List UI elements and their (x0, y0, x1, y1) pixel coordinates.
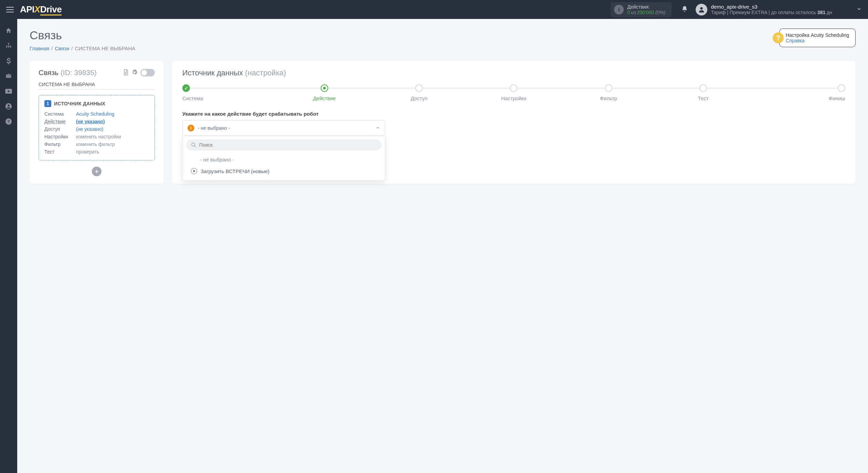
help-link[interactable]: Справка (786, 38, 805, 43)
stepper: Система Действие Доступ Настройки Фильтр… (182, 84, 845, 101)
step-test[interactable]: Тест (656, 84, 750, 101)
config-title: Источник данных (настройка) (182, 69, 845, 77)
menu-toggle[interactable] (6, 7, 14, 12)
row-action-value[interactable]: (не указано) (76, 119, 149, 124)
row-system-value[interactable]: Acuity Scheduling (76, 111, 149, 117)
sidebar-connections-icon[interactable] (0, 38, 17, 53)
config-card: Источник данных (настройка) Система Дейс… (172, 61, 856, 184)
sidebar-home-icon[interactable] (0, 23, 17, 38)
step-settings[interactable]: Настройки (467, 84, 561, 101)
logo-pre: API (20, 4, 34, 14)
main-content: Связь Главная/Связи/СИСТЕМА НЕ ВЫБРАНА ?… (17, 19, 868, 473)
svg-rect-3 (8, 46, 9, 48)
row-test-value[interactable]: проверить (76, 149, 149, 155)
row-action-label: Действие (44, 119, 76, 124)
row-filter-value[interactable]: изменить фильтр (76, 141, 149, 147)
actions-value: 0из200'000(0%) (627, 10, 665, 15)
username: demo_apix-drive_s3 (711, 4, 832, 10)
gear-icon[interactable] (131, 69, 138, 76)
info-icon: i (614, 5, 624, 14)
action-dropdown: - не выбрано - Загрузить ВСТРЕЧИ (новые) (182, 136, 385, 181)
option-load-meetings[interactable]: Загрузить ВСТРЕЧИ (новые) (186, 165, 382, 177)
breadcrumb-links[interactable]: Связи (55, 45, 69, 51)
chevron-down-icon[interactable] (856, 6, 862, 13)
sidebar-video-icon[interactable] (0, 84, 17, 99)
chevron-up-icon (375, 125, 380, 131)
warning-icon: ! (187, 125, 194, 132)
tariff-line: Тариф | Премиум EXTRA | до оплаты остало… (711, 10, 832, 15)
svg-rect-1 (8, 43, 9, 44)
row-filter-label: Фильтр (44, 141, 76, 147)
sidebar-billing-icon[interactable] (0, 53, 17, 69)
connection-title: Связь (ID: 39835) (39, 69, 97, 77)
connection-card: Связь (ID: 39835) СИСТЕМА НЕ ВЫБРАНА 1 И… (30, 61, 164, 184)
notifications-icon[interactable] (681, 6, 688, 13)
row-access-value[interactable]: (не указано) (76, 126, 149, 132)
play-icon (191, 168, 197, 174)
page-title: Связь (30, 29, 135, 42)
svg-text:?: ? (7, 119, 10, 124)
breadcrumb-home[interactable]: Главная (30, 45, 49, 51)
row-system-label: Система (44, 111, 76, 117)
add-button[interactable]: + (92, 167, 101, 176)
step-access[interactable]: Доступ (372, 84, 467, 101)
block-number: 1 (44, 100, 51, 107)
sidebar-briefcase-icon[interactable] (0, 69, 17, 84)
option-none[interactable]: - не выбрано - (186, 154, 382, 165)
sidebar-user-icon[interactable] (0, 99, 17, 114)
action-select[interactable]: ! - не выбрано - (182, 120, 385, 136)
logo[interactable]: APIXDrive (20, 4, 62, 15)
help-panel: ? Настройка Acuity Scheduling Справка (779, 29, 856, 47)
step-system[interactable]: Система (182, 84, 277, 101)
svg-point-0 (700, 7, 703, 9)
help-badge-icon: ? (773, 32, 784, 43)
row-access-label: Доступ (44, 126, 76, 132)
sidebar-help-icon[interactable]: ? (0, 114, 17, 129)
avatar-icon (696, 4, 707, 15)
search-icon (191, 142, 196, 148)
enabled-toggle[interactable] (140, 69, 155, 76)
step-action[interactable]: Действие (277, 84, 372, 101)
dropdown-search[interactable] (186, 139, 382, 150)
user-menu[interactable]: demo_apix-drive_s3 Тариф | Премиум EXTRA… (696, 4, 832, 15)
svg-rect-4 (10, 46, 11, 48)
step-filter[interactable]: Фильтр (561, 84, 656, 101)
doc-icon[interactable] (123, 69, 129, 76)
topbar: APIXDrive i Действия: 0из200'000(0%) dem… (0, 0, 868, 19)
block-title: ИСТОЧНИК ДАННЫХ (54, 101, 105, 106)
search-input[interactable] (199, 142, 377, 148)
actions-counter[interactable]: i Действия: 0из200'000(0%) (611, 2, 672, 17)
select-value: - не выбрано - (198, 125, 372, 131)
row-settings-label: Настройки (44, 134, 76, 139)
sidebar: ? (0, 19, 17, 473)
row-test-label: Тест (44, 149, 76, 155)
svg-point-10 (192, 143, 195, 146)
breadcrumb-current: СИСТЕМА НЕ ВЫБРАНА (75, 45, 135, 51)
svg-point-7 (8, 105, 10, 107)
source-block: 1 ИСТОЧНИК ДАННЫХ Система Acuity Schedul… (39, 95, 155, 160)
logo-x: X (34, 4, 40, 14)
actions-label: Действия: (627, 4, 665, 10)
breadcrumb: Главная/Связи/СИСТЕМА НЕ ВЫБРАНА (30, 45, 135, 51)
svg-rect-2 (6, 46, 7, 48)
step-finish[interactable]: Финиш (751, 84, 845, 101)
action-label: Укажите на какое действие будет срабатыв… (182, 111, 845, 117)
row-settings-value[interactable]: изменить настройки (76, 134, 149, 139)
connection-subtitle: СИСТЕМА НЕ ВЫБРАНА (39, 82, 155, 87)
help-title: Настройка Acuity Scheduling (786, 32, 849, 38)
logo-post: Drive (40, 4, 62, 15)
